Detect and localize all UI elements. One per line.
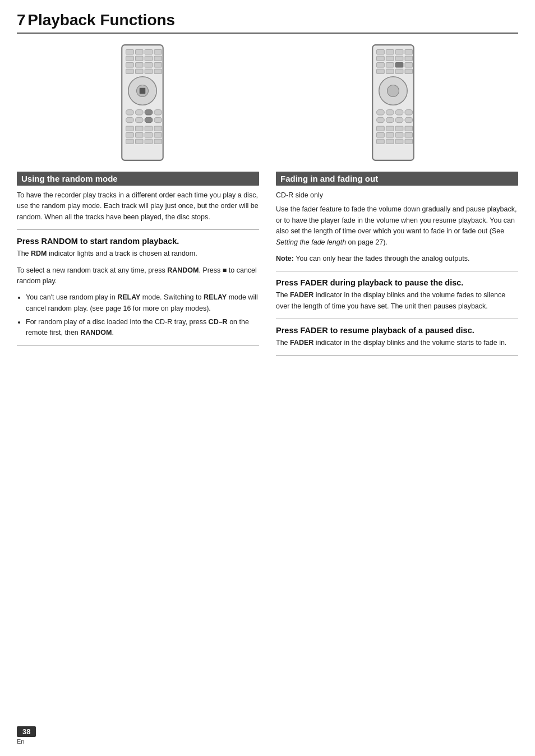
svg-rect-72 bbox=[386, 133, 394, 137]
left-column: Using the random mode To have the record… bbox=[17, 172, 259, 362]
svg-rect-37 bbox=[135, 139, 143, 144]
svg-rect-34 bbox=[145, 133, 153, 137]
svg-rect-48 bbox=[405, 56, 413, 61]
svg-rect-59 bbox=[376, 110, 384, 115]
page-lang: En bbox=[17, 738, 24, 745]
bullet-item-1: You can't use random play in RELAY mode.… bbox=[26, 292, 259, 314]
right-column: Fading in and fading out CD-R side only … bbox=[276, 172, 518, 362]
svg-rect-55 bbox=[395, 69, 403, 73]
divider-left-bottom bbox=[17, 345, 259, 346]
divider-right-2 bbox=[276, 319, 518, 319]
svg-rect-77 bbox=[395, 139, 403, 144]
remote-left-image bbox=[106, 44, 179, 162]
svg-rect-2 bbox=[135, 50, 143, 54]
svg-rect-15 bbox=[145, 69, 153, 73]
svg-rect-78 bbox=[405, 139, 413, 144]
svg-rect-5 bbox=[126, 56, 133, 61]
svg-rect-69 bbox=[395, 126, 403, 131]
svg-rect-75 bbox=[376, 139, 384, 144]
svg-rect-52 bbox=[405, 63, 413, 67]
svg-rect-35 bbox=[154, 133, 162, 137]
right-sub1-title: Press FADER during playback to pause the… bbox=[276, 278, 518, 287]
svg-rect-71 bbox=[376, 133, 384, 137]
page-title-area: 7 Playback Functions bbox=[17, 11, 518, 34]
right-note: Note: You can only hear the fades throug… bbox=[276, 253, 518, 264]
svg-rect-56 bbox=[405, 69, 413, 73]
svg-rect-44 bbox=[405, 50, 413, 54]
svg-rect-46 bbox=[386, 56, 394, 61]
left-section-intro: To have the recorder play tracks in a di… bbox=[17, 190, 259, 223]
svg-rect-4 bbox=[154, 50, 162, 54]
svg-rect-32 bbox=[126, 133, 133, 137]
svg-rect-27 bbox=[154, 117, 162, 122]
svg-rect-30 bbox=[145, 126, 153, 131]
svg-rect-33 bbox=[135, 133, 143, 137]
svg-rect-36 bbox=[126, 139, 133, 144]
svg-rect-47 bbox=[395, 56, 403, 61]
svg-rect-22 bbox=[145, 110, 153, 115]
svg-rect-19 bbox=[139, 88, 145, 94]
left-subsection-body-1: The RDM indicator lights and a track is … bbox=[17, 248, 259, 259]
chapter-number: 7 bbox=[17, 11, 26, 29]
divider-right-1 bbox=[276, 271, 518, 271]
svg-rect-51 bbox=[395, 63, 403, 67]
svg-rect-13 bbox=[126, 69, 133, 73]
left-bullet-list: You can't use random play in RELAY mode.… bbox=[26, 292, 259, 339]
svg-rect-74 bbox=[405, 133, 413, 137]
svg-rect-50 bbox=[386, 63, 394, 67]
remote-right-image bbox=[357, 44, 430, 162]
svg-rect-12 bbox=[154, 63, 162, 67]
svg-rect-63 bbox=[376, 117, 384, 122]
svg-rect-73 bbox=[395, 133, 403, 137]
svg-rect-8 bbox=[154, 56, 162, 61]
right-section-header: Fading in and fading out bbox=[276, 172, 518, 186]
svg-rect-53 bbox=[376, 69, 384, 73]
svg-rect-3 bbox=[145, 50, 153, 54]
svg-rect-54 bbox=[386, 69, 394, 73]
right-sub1-body: The FADER indicator in the display blink… bbox=[276, 290, 518, 312]
svg-rect-49 bbox=[376, 63, 384, 67]
images-row bbox=[17, 44, 518, 162]
svg-rect-6 bbox=[135, 56, 143, 61]
svg-rect-24 bbox=[126, 117, 133, 122]
svg-rect-66 bbox=[405, 117, 413, 122]
svg-rect-21 bbox=[135, 110, 143, 115]
bullet-item-2: For random play of a disc loaded into th… bbox=[26, 317, 259, 339]
right-sub-header: CD-R side only bbox=[276, 190, 518, 201]
page-title: Playback Functions bbox=[27, 11, 175, 29]
page: 7 Playback Functions bbox=[0, 0, 535, 756]
right-sub2-body: The FADER indicator in the display blink… bbox=[276, 338, 518, 348]
svg-rect-41 bbox=[376, 50, 384, 54]
svg-rect-29 bbox=[135, 126, 143, 131]
right-section-intro: Use the fader feature to fade the volume… bbox=[276, 204, 518, 248]
svg-rect-38 bbox=[145, 139, 153, 144]
svg-rect-65 bbox=[395, 117, 403, 122]
left-subsection-body-2: To select a new random track at any time… bbox=[17, 265, 259, 287]
svg-rect-70 bbox=[405, 126, 413, 131]
svg-rect-68 bbox=[386, 126, 394, 131]
svg-rect-20 bbox=[126, 110, 133, 115]
svg-rect-62 bbox=[405, 110, 413, 115]
svg-rect-42 bbox=[386, 50, 394, 54]
svg-rect-16 bbox=[154, 69, 162, 73]
left-section-header: Using the random mode bbox=[17, 172, 259, 186]
divider-right-bottom bbox=[276, 355, 518, 356]
svg-rect-14 bbox=[135, 69, 143, 73]
svg-rect-25 bbox=[135, 117, 143, 122]
svg-rect-1 bbox=[126, 50, 133, 54]
page-footer: 38 En bbox=[17, 726, 36, 745]
svg-rect-64 bbox=[386, 117, 394, 122]
main-content: Using the random mode To have the record… bbox=[17, 172, 518, 362]
page-number: 38 bbox=[17, 726, 36, 737]
svg-rect-39 bbox=[154, 139, 162, 144]
svg-rect-23 bbox=[154, 110, 162, 115]
svg-rect-9 bbox=[126, 63, 133, 67]
right-sub2-title: Press FADER to resume playback of a paus… bbox=[276, 326, 518, 335]
svg-rect-7 bbox=[145, 56, 153, 61]
svg-rect-28 bbox=[126, 126, 133, 131]
divider-1 bbox=[17, 229, 259, 230]
svg-rect-60 bbox=[386, 110, 394, 115]
svg-rect-31 bbox=[154, 126, 162, 131]
left-subsection-title: Press RANDOM to start random playback. bbox=[17, 237, 259, 246]
svg-rect-45 bbox=[376, 56, 384, 61]
